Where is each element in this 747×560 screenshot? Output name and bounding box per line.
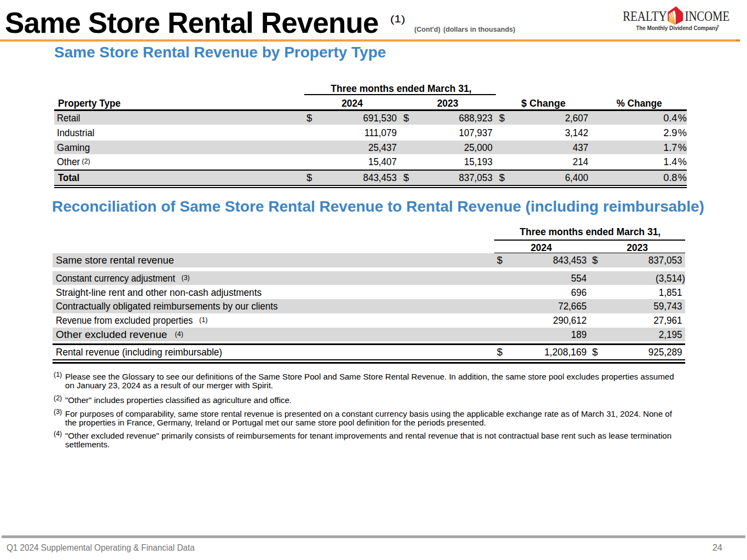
svg-text:REALTY: REALTY [623,9,667,24]
svg-text:The Monthly Dividend Company: The Monthly Dividend Company [636,25,718,31]
svg-text:INCOME: INCOME [685,9,730,24]
svg-text:®: ® [717,25,720,28]
